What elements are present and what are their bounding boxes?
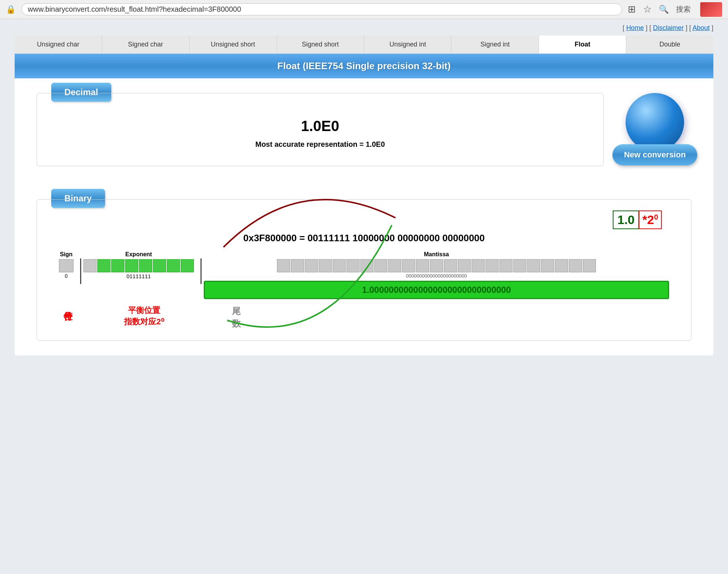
mantissa-annotation: 尾 数: [232, 305, 241, 329]
m-bit-16: [485, 259, 499, 272]
m-bit-13: [444, 259, 457, 272]
binary-value: 0x3F800000 = 00111111 10000000 00000000 …: [52, 232, 676, 244]
result-section: Decimal 1.0E0 Most accurate representati…: [15, 78, 713, 181]
exp-bit-6: [167, 259, 180, 272]
tab-bar: Unsigned char Signed char Unsigned short…: [15, 36, 713, 54]
bracket-open: [: [623, 24, 626, 31]
exp-bit-2: [111, 259, 124, 272]
m-bit-12: [430, 259, 443, 272]
sign-divider: [80, 258, 81, 284]
m-bit-11: [416, 259, 429, 272]
qr-icon[interactable]: ⊞: [628, 4, 636, 15]
m-bit-1: [277, 259, 290, 272]
power-base: 1.0: [613, 210, 639, 229]
disclaimer-link[interactable]: Disclaimer: [653, 24, 684, 31]
mantissa-result: 1.00000000000000000000000000000: [204, 281, 669, 299]
exponent-label: Exponent: [125, 251, 152, 258]
m-bit-19: [527, 259, 540, 272]
ball-area: New conversion: [618, 93, 691, 165]
annotations-row: 符号位 平衡位置 指数对应2⁰: [52, 305, 676, 329]
page-wrapper: [ Home ] [ Disclaimer ] [ About ] Unsign…: [0, 19, 728, 574]
m-bit-17: [499, 259, 513, 272]
binary-section: Binary 1.0 *20: [15, 181, 713, 355]
mantissa-bits-row: [277, 259, 596, 272]
sep1: ] [: [644, 24, 653, 31]
tab-signed-short[interactable]: Signed short: [277, 36, 364, 53]
decimal-card-wrapper: Decimal 1.0E0 Most accurate representati…: [37, 93, 604, 166]
m-bit-21: [555, 259, 568, 272]
url-text: www.binaryconvert.com/result_float.html?…: [28, 5, 241, 13]
top-nav: [ Home ] [ Disclaimer ] [ About ]: [0, 19, 728, 36]
search-icon: 🔍: [659, 5, 669, 14]
m-bit-5: [333, 259, 346, 272]
new-conversion-button[interactable]: New conversion: [612, 144, 698, 165]
exponent-group: Exponent: [83, 251, 194, 279]
m-bit-6: [346, 259, 360, 272]
sign-label: Sign: [60, 251, 73, 258]
decimal-sub: Most accurate representation = 1.0E0: [255, 140, 385, 149]
power-notation: 1.0 *20: [613, 210, 662, 229]
tab-float[interactable]: Float: [539, 36, 626, 53]
exp-bit-1: [97, 259, 110, 272]
m-bit-15: [472, 259, 485, 272]
browser-toolbar: ⊞ ☆ 🔍 搜索: [628, 4, 691, 15]
sign-bit-val: 0: [65, 273, 68, 279]
power-sup: 0: [654, 213, 658, 221]
security-icon: 🔒: [6, 5, 16, 14]
tab-signed-char[interactable]: Signed char: [102, 36, 189, 53]
binary-card: 1.0 *20 0x3F800000 = 00111111 10000000 0…: [37, 199, 691, 341]
exp-bit-0: [83, 259, 97, 272]
m-bit-7: [360, 259, 374, 272]
m-bit-4: [319, 259, 332, 272]
m-bit-22: [569, 259, 582, 272]
search-label[interactable]: 搜索: [676, 4, 691, 14]
about-link[interactable]: About: [693, 24, 710, 31]
tab-unsigned-char[interactable]: Unsigned char: [15, 36, 102, 53]
m-bit-9: [388, 259, 401, 272]
home-link[interactable]: Home: [626, 24, 644, 31]
tab-unsigned-short[interactable]: Unsigned short: [189, 36, 277, 53]
power-mult: *20: [639, 210, 662, 229]
ann-exp1: 平衡位置 指数对应2⁰: [124, 305, 164, 328]
section-header: Float (IEEE754 Single precision 32-bit): [15, 54, 713, 78]
bit-diagram: Sign 0 Exponent: [52, 251, 676, 299]
content-area: Unsigned char Signed char Unsigned short…: [15, 36, 713, 355]
exp-bit-5: [153, 259, 166, 272]
tab-signed-int[interactable]: Signed int: [451, 36, 539, 53]
tab-double[interactable]: Double: [626, 36, 713, 53]
exponent-bits-row: [83, 259, 194, 272]
m-bit-8: [374, 259, 387, 272]
sign-group: Sign 0: [59, 251, 74, 279]
mantissa-group: Mantissa: [204, 251, 669, 299]
m-bit-18: [513, 259, 526, 272]
tab-unsigned-int[interactable]: Unsigned int: [364, 36, 452, 53]
decimal-card: 1.0E0 Most accurate representation = 1.0…: [37, 93, 604, 166]
exp-bit-7: [181, 259, 194, 272]
exp-annotation: 平衡位置 指数对应2⁰: [93, 305, 195, 328]
ann-mantissa: 尾 数: [232, 305, 241, 329]
m-bit-3: [305, 259, 318, 272]
browser-extension-icon: [700, 2, 722, 17]
exp-bit-3: [125, 259, 138, 272]
star-icon[interactable]: ☆: [643, 4, 652, 15]
exponent-bits-val: 01111111: [127, 273, 151, 279]
m-bit-23: [583, 259, 596, 272]
bracket-close: ]: [710, 24, 713, 31]
blue-ball: [626, 93, 684, 152]
m-bit-14: [458, 259, 471, 272]
mantissa-bits-val: 00000000000000000000000: [406, 273, 467, 279]
m-bit-10: [402, 259, 415, 272]
m-bit-2: [291, 259, 304, 272]
m-bit-20: [541, 259, 554, 272]
mantissa-label: Mantissa: [424, 251, 449, 258]
mantissa-divider: [200, 258, 202, 284]
browser-bar: 🔒 www.binaryconvert.com/result_float.htm…: [0, 0, 728, 19]
url-bar[interactable]: www.binaryconvert.com/result_float.html?…: [22, 3, 622, 15]
binary-card-wrapper: Binary 1.0 *20: [37, 199, 691, 341]
decimal-value: 1.0E0: [301, 118, 339, 134]
sign-bit-cell: [59, 259, 74, 272]
sep2: ] [: [684, 24, 693, 31]
exp-bit-4: [139, 259, 152, 272]
